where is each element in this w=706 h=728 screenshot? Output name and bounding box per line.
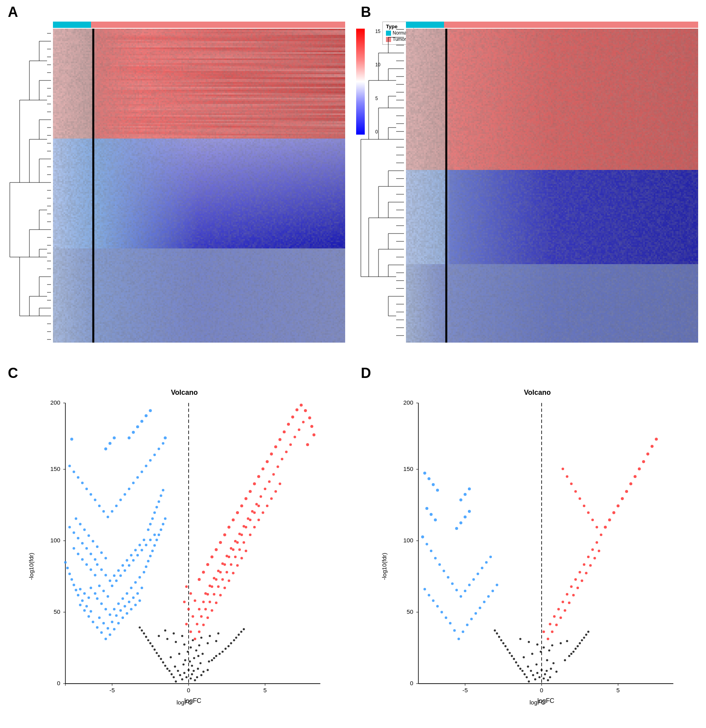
svg-point-487: [247, 517, 249, 520]
svg-point-367: [68, 526, 71, 529]
svg-point-421: [194, 638, 197, 640]
svg-point-347: [73, 547, 75, 550]
svg-point-301: [109, 613, 111, 616]
svg-point-409: [162, 442, 165, 445]
svg-point-502: [202, 571, 205, 574]
svg-point-527: [308, 416, 311, 420]
svg-point-280: [134, 604, 137, 606]
svg-point-526: [304, 409, 307, 412]
svg-point-522: [287, 423, 290, 426]
main-container: A: [0, 0, 706, 728]
svg-point-340: [132, 559, 135, 562]
svg-point-599: [519, 638, 521, 640]
svg-point-529: [313, 433, 316, 436]
dendro-svg-a: [4, 22, 51, 343]
svg-point-490: [260, 495, 262, 498]
svg-point-408: [158, 448, 160, 451]
svg-point-272: [109, 633, 111, 636]
svg-point-528: [310, 425, 313, 428]
svg-point-525: [300, 403, 303, 407]
svg-point-647: [429, 513, 433, 516]
svg-point-563: [540, 669, 542, 671]
svg-point-506: [219, 541, 222, 544]
heatmap-a: Type 15 10 5 0 Type: [53, 22, 345, 343]
svg-point-651: [468, 487, 471, 491]
svg-text:100: 100: [403, 537, 413, 544]
svg-point-451: [249, 533, 252, 536]
svg-point-698: [587, 511, 590, 514]
svg-point-212: [207, 669, 209, 671]
svg-point-603: [585, 634, 587, 636]
svg-point-277: [126, 612, 129, 615]
svg-point-373: [151, 517, 154, 520]
svg-point-679: [587, 556, 590, 558]
svg-point-439: [209, 601, 211, 604]
svg-point-311: [134, 581, 137, 584]
svg-point-471: [270, 497, 273, 500]
svg-point-693: [646, 452, 650, 456]
svg-point-211: [202, 671, 204, 673]
svg-point-255: [235, 637, 237, 639]
svg-point-454: [198, 608, 201, 611]
svg-point-384: [83, 528, 86, 531]
svg-point-208: [193, 670, 195, 672]
svg-point-400: [132, 482, 135, 484]
svg-point-499: [298, 429, 300, 431]
heatmap-b: Type 15 10 5 0 Type Normal: [406, 22, 698, 343]
svg-point-675: [570, 586, 573, 588]
svg-point-357: [117, 569, 120, 572]
svg-point-416: [132, 431, 135, 434]
svg-point-266: [164, 629, 166, 631]
svg-point-424: [206, 617, 209, 619]
svg-text:50: 50: [54, 608, 60, 615]
svg-point-310: [130, 587, 133, 589]
svg-point-634: [464, 589, 467, 592]
svg-point-328: [107, 595, 109, 598]
svg-point-620: [487, 595, 490, 598]
svg-point-561: [524, 673, 526, 675]
svg-point-486: [242, 525, 245, 528]
svg-point-702: [570, 482, 573, 485]
svg-point-422: [198, 630, 201, 633]
svg-point-204: [200, 674, 202, 676]
svg-point-432: [232, 572, 235, 575]
panel-c-label: C: [8, 365, 18, 381]
svg-point-689: [630, 482, 633, 485]
svg-point-341: [136, 554, 139, 556]
svg-point-511: [240, 504, 243, 507]
svg-point-513: [249, 490, 252, 493]
svg-point-397: [119, 499, 122, 502]
svg-point-559: [526, 676, 528, 678]
svg-point-515: [257, 475, 260, 478]
svg-point-609: [449, 622, 452, 625]
svg-text:100: 100: [50, 537, 60, 544]
svg-point-501: [198, 578, 201, 581]
svg-point-230: [215, 655, 217, 657]
svg-point-206: [177, 670, 179, 672]
svg-point-648: [426, 507, 429, 510]
svg-point-238: [153, 648, 155, 650]
svg-point-584: [548, 650, 550, 651]
svg-point-323: [149, 555, 152, 558]
svg-point-316: [138, 576, 141, 579]
svg-point-637: [477, 573, 479, 575]
svg-point-658: [555, 624, 558, 626]
svg-text:-5: -5: [462, 687, 468, 693]
svg-point-334: [164, 517, 167, 520]
svg-point-579: [523, 656, 525, 658]
svg-point-393: [77, 476, 80, 479]
svg-text:5: 5: [617, 687, 620, 693]
svg-point-683: [604, 525, 607, 529]
svg-point-374: [153, 511, 156, 514]
svg-point-214: [174, 666, 176, 668]
svg-point-498: [293, 436, 296, 438]
svg-point-468: [185, 586, 188, 588]
svg-point-343: [89, 568, 92, 571]
svg-point-676: [574, 578, 577, 581]
svg-point-295: [81, 599, 84, 602]
svg-point-369: [89, 553, 92, 555]
svg-text:5: 5: [264, 687, 267, 693]
svg-point-684: [608, 518, 611, 522]
svg-point-263: [240, 631, 242, 633]
svg-point-636: [472, 578, 475, 581]
